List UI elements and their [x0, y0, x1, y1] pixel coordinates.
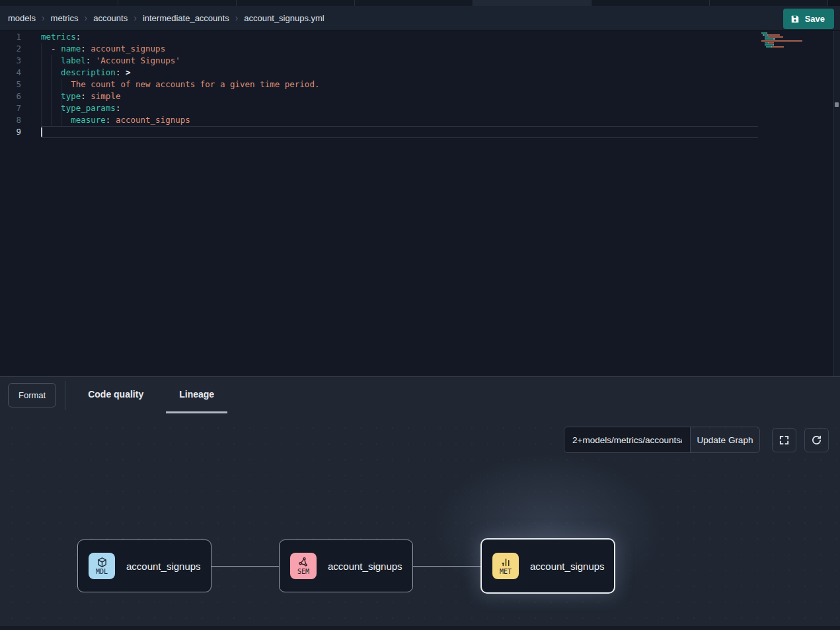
header-divider	[65, 381, 65, 410]
code-line: 4 description: >	[0, 67, 758, 79]
minimap[interactable]	[761, 32, 802, 50]
save-button-label: Save	[805, 14, 825, 24]
chevron-right-icon: ›	[134, 13, 137, 22]
file-tab-strip[interactable]	[0, 0, 840, 6]
breadcrumb-item-intermediate-accounts[interactable]: intermediate_accounts	[143, 13, 229, 23]
chevron-right-icon: ›	[84, 13, 87, 22]
format-button[interactable]: Format	[8, 383, 56, 407]
lineage-node-semantic-model[interactable]: SEM account_signups	[279, 540, 413, 592]
node-label: account_signups	[126, 561, 201, 572]
metric-tile: MET	[492, 553, 519, 579]
file-tab[interactable]	[592, 0, 710, 6]
code-line: 6 type: simple	[0, 90, 758, 102]
bottom-panel: Format Code quality Lineage Update Graph	[0, 376, 840, 630]
file-tab[interactable]	[355, 0, 473, 6]
breadcrumb-item-accounts[interactable]: accounts	[93, 13, 128, 23]
breadcrumb-item-models[interactable]: models	[8, 13, 36, 23]
file-tab[interactable]	[237, 0, 355, 6]
ide-window: models › metrics › accounts › intermedia…	[0, 0, 840, 630]
chevron-right-icon: ›	[235, 13, 239, 22]
editor-scrollbar[interactable]	[833, 31, 840, 376]
breadcrumb-bar: models › metrics › accounts › intermedia…	[0, 6, 840, 31]
lineage-node-model[interactable]: MDL account_signups	[77, 540, 211, 592]
graph-controls: Update Graph	[564, 427, 829, 453]
save-button[interactable]: Save	[783, 9, 834, 29]
chevron-right-icon: ›	[42, 13, 45, 22]
bottom-panel-header: Format Code quality Lineage	[0, 377, 840, 413]
refresh-icon	[811, 435, 822, 446]
selector-group: Update Graph	[564, 427, 760, 453]
save-floppy-icon	[790, 15, 800, 24]
node-label: account_signups	[328, 561, 402, 572]
file-tab[interactable]	[710, 0, 828, 6]
metric-badge: MET	[500, 568, 512, 575]
cube-icon	[96, 557, 108, 568]
code-editor[interactable]: 1metrics:2 - name: account_signups3 labe…	[0, 31, 840, 376]
panel-bottom-edge	[0, 626, 840, 630]
update-graph-button[interactable]: Update Graph	[691, 427, 759, 452]
code-line: 8 measure: account_signups	[0, 114, 758, 126]
refresh-button[interactable]	[804, 428, 829, 452]
lineage-edge	[211, 566, 279, 567]
breadcrumb: models › metrics › accounts › intermedia…	[8, 13, 325, 23]
bar-chart-icon	[500, 557, 512, 568]
model-tile: MDL	[89, 553, 115, 579]
semantic-model-tile: SEM	[290, 553, 317, 579]
file-tab[interactable]	[473, 0, 592, 6]
model-badge: MDL	[96, 568, 108, 575]
code-line: 1metrics:	[0, 31, 758, 43]
breadcrumb-item-metrics[interactable]: metrics	[51, 13, 79, 23]
fullscreen-button[interactable]	[772, 428, 796, 452]
scrollbar-handle[interactable]	[835, 102, 839, 107]
network-icon	[298, 557, 309, 568]
lineage-graph-canvas[interactable]: Update Graph	[0, 413, 840, 627]
code-line: 7 type_params:	[0, 102, 758, 114]
breadcrumb-item-file[interactable]: account_signups.yml	[244, 13, 324, 23]
graph-selector-input[interactable]	[564, 427, 691, 452]
lineage-edge	[413, 566, 480, 567]
tab-lineage[interactable]: Lineage	[166, 377, 227, 413]
fullscreen-icon	[779, 435, 790, 446]
tab-code-quality[interactable]: Code quality	[75, 377, 157, 413]
code-lines: 1metrics:2 - name: account_signups3 labe…	[0, 31, 758, 138]
code-line: 2 - name: account_signups	[0, 43, 758, 55]
code-line: 9	[0, 126, 758, 138]
code-line: 5 The count of new accounts for a given …	[0, 79, 758, 90]
node-label: account_signups	[530, 561, 605, 572]
file-tab[interactable]	[0, 0, 118, 6]
code-line: 3 label: 'Account Signups'	[0, 55, 758, 67]
semantic-model-badge: SEM	[297, 568, 309, 575]
file-tab[interactable]	[118, 0, 237, 6]
lineage-node-metric[interactable]: MET account_signups	[480, 538, 615, 594]
